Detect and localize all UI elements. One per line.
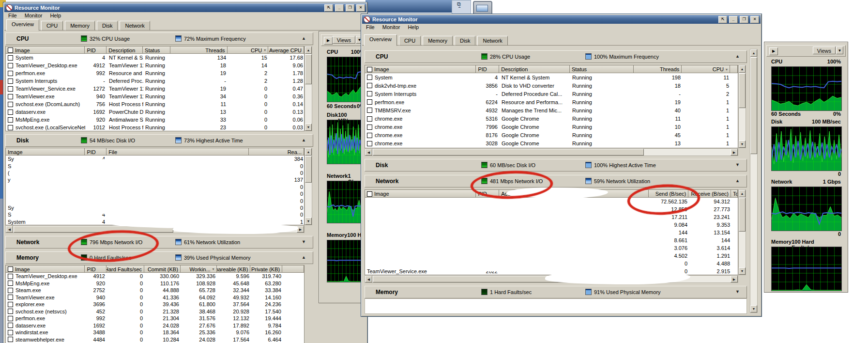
row-checkbox[interactable] — [367, 133, 372, 138]
table-row[interactable]: steamwebhelper.exe4484010.28424.02817.56… — [6, 336, 304, 343]
scroll-right-button[interactable]: ▶ — [731, 149, 738, 156]
minimize-button[interactable]: _ — [729, 16, 738, 23]
row-checkbox[interactable] — [367, 75, 372, 80]
memory-section-header[interactable]: Memory 1 Hard Faults/sec 91% Used Physic… — [365, 286, 747, 298]
row-checkbox[interactable] — [8, 71, 13, 76]
left-window-titlebar[interactable]: Resource Monitor ⇱ _ ❐ ✕ — [4, 3, 366, 12]
column-header-pid[interactable]: PID — [85, 265, 107, 272]
table-row[interactable]: chrome.exe8176Google ChromeRunning451 — [365, 131, 738, 140]
row-checkbox[interactable] — [8, 78, 13, 84]
row-checkbox[interactable] — [8, 117, 13, 123]
select-all-checkbox[interactable] — [367, 67, 372, 72]
select-all-checkbox[interactable] — [8, 47, 13, 53]
table-row[interactable]: chrome.exe5316Google ChromeRunning111 — [365, 114, 738, 123]
column-header-cpu[interactable]: CPU▾ — [228, 47, 269, 53]
column-header-description[interactable]: Description — [499, 65, 570, 73]
cpu-table-horizontal-scrollbar[interactable]: ◀ ▶ — [365, 148, 738, 156]
table-row[interactable]: TeamViewer_Desktop.exe49120330.060329.33… — [6, 273, 304, 280]
row-checkbox[interactable] — [8, 274, 13, 279]
views-expand-button[interactable]: ▶ — [324, 37, 333, 45]
column-header-file[interactable]: File — [107, 148, 249, 155]
scroll-up-button[interactable]: ▲ — [739, 190, 746, 197]
tab-cpu[interactable]: CPU — [399, 36, 421, 46]
row-checkbox[interactable] — [8, 86, 13, 92]
table-row[interactable]: System Interrupts-Deferred Procedure Cal… — [365, 90, 738, 98]
scroll-down-button[interactable]: ▼ — [739, 267, 746, 275]
scroll-left-button[interactable]: ◀ — [6, 226, 13, 233]
network-table-vertical-scrollbar[interactable]: ▲ ▼ — [738, 189, 746, 275]
right-window-titlebar[interactable]: Resource Monitor ⇱ _ ❐ ✕ — [362, 15, 761, 24]
collapse-arrow-icon[interactable]: ▲ — [302, 138, 306, 142]
table-row[interactable]: perfmon.exe992021.30431.57612.13219.444 — [6, 315, 304, 322]
menu-help[interactable]: Help — [408, 24, 419, 31]
row-checkbox[interactable] — [8, 109, 13, 115]
maximize-button[interactable]: ❐ — [740, 16, 748, 23]
scroll-up-button[interactable]: ▲ — [750, 49, 757, 57]
minimize-button[interactable]: _ — [335, 4, 344, 12]
column-header-shareable[interactable]: Shareable (KB) — [217, 265, 251, 272]
row-checkbox[interactable] — [8, 281, 13, 286]
table-row[interactable]: TeamViewer_Service.exe1272TeamViewer 11R… — [6, 85, 304, 93]
table-row[interactable]: perfmon.exe6224Resource and Performa...R… — [365, 98, 738, 106]
views-button[interactable]: Views — [813, 47, 836, 54]
column-header-working-set[interactable]: Workin...▾ — [181, 265, 217, 272]
close-button[interactable]: ✕ — [356, 4, 365, 12]
scroll-down-button[interactable]: ▼ — [305, 218, 312, 225]
scrollbar-thumb[interactable] — [739, 198, 746, 232]
row-checkbox[interactable] — [367, 116, 372, 122]
table-row[interactable]: System Interrupts-Deferred Proc...Runnin… — [6, 77, 304, 85]
row-checkbox[interactable] — [8, 316, 13, 321]
column-header-image[interactable]: Image — [365, 65, 476, 73]
column-header-description[interactable]: Description — [107, 47, 143, 53]
session-button[interactable]: ⇱ — [718, 16, 727, 23]
scroll-up-button[interactable]: ▲ — [739, 65, 746, 73]
network-section-header[interactable]: Network 481 Mbps Network I/O 59% Network… — [365, 175, 747, 187]
column-header-image[interactable]: Image — [6, 47, 85, 53]
column-header-hard-faults[interactable]: Hard Faults/sec — [107, 265, 144, 272]
session-button[interactable]: ⇱ — [324, 4, 333, 12]
row-checkbox[interactable] — [8, 125, 13, 130]
row-checkbox[interactable] — [367, 91, 372, 96]
column-header-threads[interactable]: Threads — [634, 65, 682, 73]
expand-arrow-icon[interactable]: ▼ — [302, 239, 306, 244]
row-checkbox[interactable] — [8, 295, 13, 300]
table-row[interactable]: MsMpEng.exe920Antimalware S...Running330… — [6, 116, 304, 124]
tab-memory[interactable]: Memory — [65, 21, 95, 31]
collapse-arrow-icon[interactable]: ▲ — [735, 54, 740, 59]
row-checkbox[interactable] — [8, 63, 13, 68]
table-row[interactable]: dataserv.exe1692024.02827.67617.8929.784 — [6, 322, 304, 329]
row-checkbox[interactable] — [8, 337, 13, 342]
table-row[interactable]: System4NT Kernel & SystemRunning19811 — [365, 73, 738, 81]
window-vertical-scrollbar[interactable]: ▲ ▼ — [750, 49, 758, 313]
row-checkbox[interactable] — [367, 125, 372, 130]
table-row[interactable]: MsMpEng.exe9200110.176108.92845.64863.28… — [6, 280, 304, 287]
collapse-arrow-icon[interactable]: ▲ — [735, 178, 740, 183]
table-row[interactable]: Steam.exe2752044.88865.72832.34433.384 — [6, 287, 304, 294]
views-expand-button[interactable]: ▶ — [769, 47, 778, 55]
tab-network[interactable]: Network — [477, 36, 507, 46]
table-row[interactable]: svchost.exe (netsvcs)452021.32838.46820.… — [6, 308, 304, 315]
collapse-arrow-icon[interactable]: ▲ — [302, 36, 306, 41]
cpu-table-vertical-scrollbar[interactable]: ▲ ▼ — [738, 65, 746, 148]
scroll-down-button[interactable]: ▼ — [305, 124, 312, 131]
column-header-total[interactable]: To — [731, 190, 738, 197]
column-header-threads[interactable]: Threads — [170, 47, 228, 53]
menu-file[interactable]: File — [366, 24, 375, 31]
scroll-right-button[interactable]: ▶ — [731, 276, 738, 282]
row-checkbox[interactable] — [8, 94, 13, 99]
row-checkbox[interactable] — [8, 330, 13, 335]
tab-overview[interactable]: Overview — [6, 19, 39, 31]
cpu-table-vertical-scrollbar[interactable]: ▲ ▼ — [305, 46, 312, 131]
table-row[interactable]: chrome.exe3028Google ChromeRunning131 — [365, 140, 738, 148]
column-header-read[interactable]: Rea... — [249, 148, 304, 155]
scroll-left-button[interactable]: ◀ — [365, 276, 372, 282]
tab-memory[interactable]: Memory — [423, 36, 453, 46]
table-row[interactable]: svchost.exe (DcomLaunch)756Host Process … — [6, 100, 304, 108]
column-header-status[interactable]: Status — [143, 47, 170, 53]
row-checkbox[interactable] — [8, 102, 13, 107]
row-checkbox[interactable] — [8, 55, 13, 61]
column-header-image[interactable]: Image — [6, 265, 85, 272]
column-header-image[interactable]: Image — [365, 190, 476, 197]
row-checkbox[interactable] — [367, 108, 372, 113]
column-header-commit[interactable]: Commit (KB) — [144, 265, 181, 272]
